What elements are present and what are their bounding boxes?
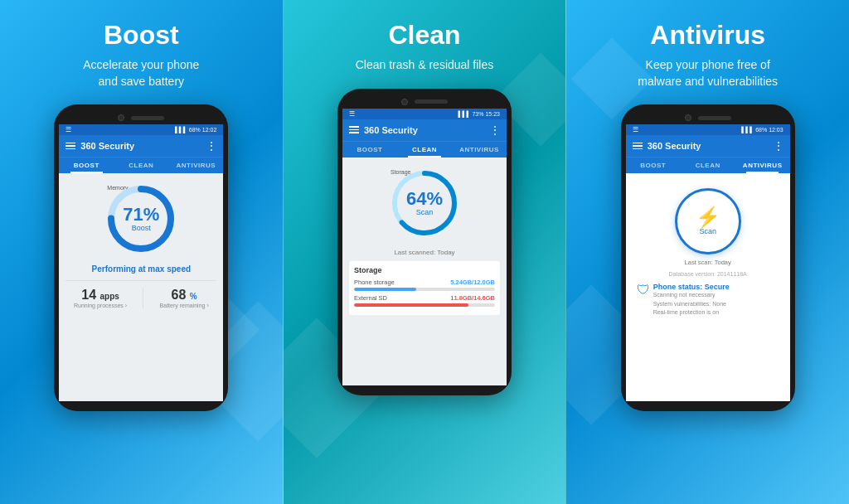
apps-count: 14 bbox=[81, 288, 96, 302]
boost-panel: Boost Accelerate your phoneand save batt… bbox=[0, 0, 283, 504]
battery-text: 68% bbox=[755, 127, 767, 133]
storage-section: Storage Phone storage 5.24GB/12.0GB Exte… bbox=[349, 261, 500, 315]
battery-unit: % bbox=[190, 292, 197, 301]
realtime-protection: Real-time protection is on bbox=[653, 308, 779, 317]
phone-speaker bbox=[698, 116, 731, 120]
tab-boost[interactable]: BOOST bbox=[626, 158, 681, 173]
app-bar-title: 360 Security bbox=[648, 141, 768, 151]
system-vulnerabilities: System vulnerabilities: None bbox=[653, 300, 779, 309]
bolt-icon: ⚡ bbox=[696, 207, 720, 227]
app-bar-title: 360 Security bbox=[80, 141, 201, 151]
apps-label: apps bbox=[99, 292, 119, 301]
boost-screen: ☰ ▌▌▌ 68% 12:02 360 Security ⋮ BOOST CLE… bbox=[59, 124, 223, 401]
av-status-text: Phone status: Secure Scanning not necess… bbox=[653, 283, 779, 317]
clean-panel: Clean Clean trash & residual files ☰ ▌▌▌… bbox=[283, 0, 567, 504]
gauge-percent: 71% bbox=[123, 206, 159, 224]
gauge-percent: 64% bbox=[406, 190, 443, 208]
phone-top-bar bbox=[59, 114, 223, 121]
app-bar: 360 Security ⋮ bbox=[342, 119, 507, 141]
signal-icon: ▌▌▌ bbox=[175, 127, 187, 133]
phone-storage-label: Phone storage bbox=[354, 279, 395, 286]
running-processes-stat[interactable]: 14 apps Running processes › bbox=[74, 288, 127, 308]
phone-top-bar bbox=[342, 99, 507, 105]
last-scanned: Last scanned: Today bbox=[394, 249, 454, 256]
status-icons: ▌▌▌ 68% 12:02 bbox=[175, 127, 216, 133]
status-bar: ☰ ▌▌▌ 73% 15:23 bbox=[342, 109, 507, 119]
phone-storage-fill bbox=[354, 288, 416, 291]
tab-clean[interactable]: CLEAN bbox=[681, 158, 735, 173]
battery-text: 73% bbox=[472, 111, 483, 117]
app-bar: 360 Security ⋮ bbox=[626, 135, 790, 157]
more-options-icon[interactable]: ⋮ bbox=[206, 140, 216, 152]
battery-stat[interactable]: 68 % Battery remaining › bbox=[160, 288, 209, 308]
tab-boost[interactable]: BOOST bbox=[59, 158, 114, 173]
tab-boost[interactable]: BOOST bbox=[342, 142, 397, 158]
clean-gauge[interactable]: Storage 64% Scan bbox=[387, 166, 462, 240]
tab-clean[interactable]: CLEAN bbox=[397, 142, 452, 158]
tab-antivirus[interactable]: ANTIVIRUS bbox=[735, 158, 790, 173]
gauge-center: 71% Boost bbox=[123, 206, 159, 232]
external-storage-row: External SD 11.8GB/14.6GB bbox=[354, 294, 495, 307]
clean-content: Storage 64% Scan Last scanned: Today Sto… bbox=[342, 158, 507, 385]
external-storage-label: External SD bbox=[354, 294, 387, 302]
boost-phone: ☰ ▌▌▌ 68% 12:02 360 Security ⋮ BOOST CLE… bbox=[54, 104, 228, 411]
clean-title: Clean bbox=[388, 20, 460, 51]
clean-phone: ☰ ▌▌▌ 73% 15:23 360 Security ⋮ BOOST CLE… bbox=[337, 89, 512, 395]
phone-storage-bar bbox=[354, 288, 495, 291]
db-version: Database version: 20141118A bbox=[669, 270, 747, 279]
boost-status: Performing at max speed bbox=[92, 264, 191, 274]
boost-stats: 14 apps Running processes › 68 % Battery… bbox=[65, 280, 216, 308]
antivirus-panel: Antivirus Keep your phone free ofmalware… bbox=[566, 0, 849, 504]
app-bar: 360 Security ⋮ bbox=[59, 135, 223, 157]
phone-camera bbox=[401, 99, 408, 105]
phone-camera bbox=[118, 114, 124, 121]
tab-bar: BOOST CLEAN ANTIVIRUS bbox=[626, 157, 790, 173]
stat-divider bbox=[143, 288, 143, 308]
status-bar: ☰ ▌▌▌ 68% 12:03 bbox=[626, 124, 790, 135]
antivirus-subtitle: Keep your phone free ofmalware and vulne… bbox=[638, 57, 778, 90]
antivirus-screen: ☰ ▌▌▌ 68% 12:03 360 Security ⋮ BOOST CLE… bbox=[626, 124, 790, 401]
boost-title: Boost bbox=[104, 20, 179, 51]
antivirus-title: Antivirus bbox=[650, 20, 765, 51]
storage-row-header: Phone storage 5.24GB/12.0GB bbox=[354, 279, 495, 286]
boost-gauge[interactable]: Memory 71% Boost bbox=[104, 182, 178, 256]
more-options-icon[interactable]: ⋮ bbox=[773, 140, 784, 152]
time-display: 15:23 bbox=[485, 111, 500, 117]
status-left: ☰ bbox=[633, 126, 638, 133]
more-options-icon[interactable]: ⋮ bbox=[489, 124, 500, 136]
time-display: 12:03 bbox=[769, 127, 784, 133]
phone-status-secure: Phone status: Secure bbox=[653, 283, 779, 291]
gauge-center: 64% Scan bbox=[406, 190, 443, 216]
phone-speaker bbox=[131, 116, 164, 120]
phone-storage-value: 5.24GB/12.0GB bbox=[450, 279, 495, 286]
scanning-not-necessary: Scanning not necessary bbox=[653, 291, 779, 300]
antivirus-content: ⚡ Scan Last scan: Today Database version… bbox=[626, 173, 790, 401]
battery-percent: 68 bbox=[172, 288, 187, 302]
external-storage-bar bbox=[354, 303, 495, 307]
app-bar-title: 360 Security bbox=[364, 125, 484, 135]
scan-button[interactable]: ⚡ Scan bbox=[675, 188, 741, 254]
external-storage-value: 11.8GB/14.6GB bbox=[450, 294, 495, 302]
boost-subtitle: Accelerate your phoneand save battery bbox=[83, 57, 199, 90]
phone-storage-row: Phone storage 5.24GB/12.0GB bbox=[354, 279, 495, 291]
storage-title: Storage bbox=[354, 266, 495, 274]
boost-content: Memory 71% Boost Performing at max speed… bbox=[59, 173, 223, 401]
hamburger-icon[interactable] bbox=[65, 143, 75, 150]
tab-clean[interactable]: CLEAN bbox=[114, 158, 168, 173]
status-icons: ▌▌▌ 68% 12:03 bbox=[741, 127, 783, 133]
hamburger-icon[interactable] bbox=[633, 143, 643, 150]
stat-value: 68 % bbox=[172, 288, 197, 303]
running-processes-label: Running processes › bbox=[74, 303, 127, 308]
tab-antivirus[interactable]: ANTIVIRUS bbox=[452, 142, 507, 158]
phone-speaker bbox=[415, 99, 448, 104]
gauge-label: Scan bbox=[416, 208, 434, 216]
phone-camera bbox=[685, 114, 691, 121]
tab-bar: BOOST CLEAN ANTIVIRUS bbox=[59, 157, 223, 173]
last-scan-text: Last scan: Today bbox=[633, 258, 784, 267]
hamburger-icon[interactable] bbox=[349, 126, 359, 133]
stat-value: 14 apps bbox=[81, 288, 119, 303]
gauge-label: Boost bbox=[132, 224, 151, 232]
status-left: ☰ bbox=[349, 110, 355, 118]
signal-icon: ▌▌▌ bbox=[458, 111, 471, 117]
tab-antivirus[interactable]: ANTIVIRUS bbox=[168, 158, 223, 173]
